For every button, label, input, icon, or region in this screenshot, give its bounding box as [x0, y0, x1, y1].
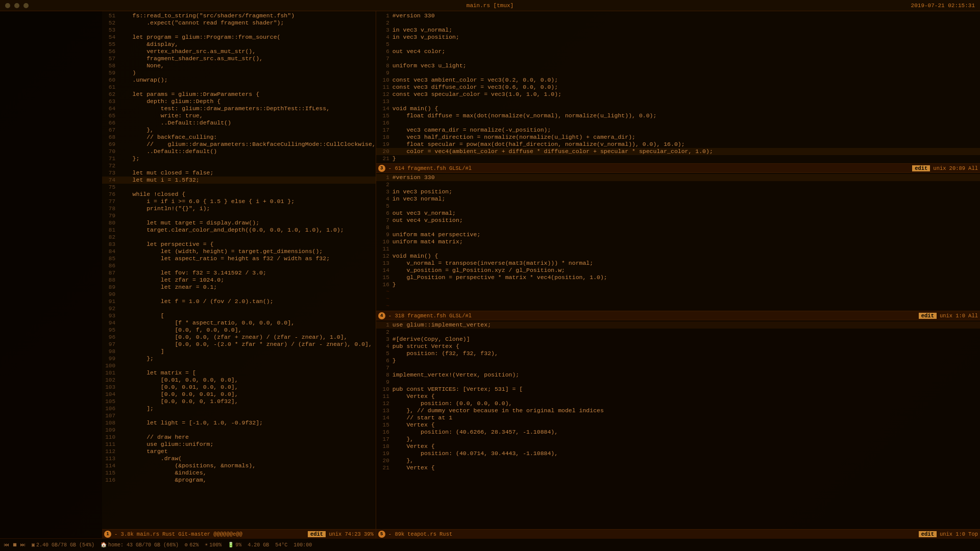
pane-main-rs: 51 fs::read_to_string("src/shaders/fragm… — [102, 11, 376, 538]
code-line: 56 vertex_shader_src.as_mut_str(), — [102, 48, 376, 55]
line-number: 59 — [102, 69, 118, 77]
line-content: // backface_culling: — [118, 134, 376, 141]
line-number: 65 — [102, 112, 118, 119]
line-number: 18 — [376, 134, 393, 141]
line-content — [118, 291, 376, 298]
line-content: vertex_shader_src.as_mut_str(), — [118, 48, 376, 55]
line-number: 107 — [102, 412, 118, 419]
line-content: Vertex { — [393, 443, 980, 450]
line-number: 20 — [376, 148, 393, 155]
code-editor-teapot[interactable]: 1use glium::implement_vertex;23#[derive(… — [376, 320, 980, 529]
line-content: [f * aspect_ratio, 0.0, 0.0, 0.0], — [118, 319, 376, 327]
code-line: 88 let zfar = 1024.0; — [102, 277, 376, 284]
code-line: 60 .unwrap(); — [102, 77, 376, 84]
status-right-teapot: edit unix 1:0 Top — [919, 531, 978, 537]
maximize-btn[interactable] — [23, 3, 29, 8]
code-line: 99 }; — [102, 355, 376, 362]
line-content: [0.0, 0.01, 0.0, 0.0], — [118, 384, 376, 391]
line-number: 113 — [102, 455, 118, 462]
line-content: let mut closed = false; — [118, 169, 376, 177]
code-line: 16 — [376, 119, 980, 127]
line-number: 13 — [376, 98, 393, 105]
code-editor-vertex-fsh[interactable]: 1#version 33023in vec3 position;4in vec3… — [376, 173, 980, 311]
close-btn[interactable] — [5, 3, 10, 8]
line-number: 8 — [376, 62, 393, 69]
line-number: 97 — [102, 341, 118, 348]
line-number: 9 — [376, 379, 393, 386]
line-content: color = vec4(ambient_color + diffuse * d… — [393, 148, 980, 155]
encoding-frag: unix — [933, 165, 946, 171]
line-number: 115 — [102, 469, 118, 477]
line-content — [118, 362, 376, 369]
code-editor-main[interactable]: 51 fs::read_to_string("src/shaders/fragm… — [102, 11, 376, 529]
line-content: #version 330 — [393, 12, 980, 19]
filename-teapot: teapot.rs — [407, 531, 436, 537]
line-content: write: true, — [118, 112, 376, 119]
code-line: 98 ] — [102, 348, 376, 355]
code-line: 15 float diffuse = max(dot(normalize(v_n… — [376, 112, 980, 119]
code-line: 106 ]; — [102, 405, 376, 412]
line-content: &indices, — [118, 469, 376, 477]
line-content: println!("{}", i); — [118, 205, 376, 212]
code-line: 90 — [102, 291, 376, 298]
line-number: 91 — [102, 298, 118, 305]
line-content: [0.0, 0.0, 0.01, 0.0], — [118, 391, 376, 398]
vim-mode-frag: edit — [912, 165, 930, 171]
line-content — [393, 303, 980, 310]
vim-mode-main: edit — [308, 531, 326, 537]
line-number: 73 — [102, 169, 118, 177]
code-line: 67 }, — [102, 127, 376, 134]
line-number: 11 — [376, 245, 393, 253]
line-content: [0.0, 0.0, (zfar + znear) / (zfar - znea… — [118, 334, 376, 341]
code-line: 63 depth: glium::Depth { — [102, 98, 376, 105]
line-content: }, — [393, 436, 980, 443]
line-content: let light = [-1.0, 1.0, -0.9f32]; — [118, 419, 376, 427]
line-number: 85 — [102, 255, 118, 262]
code-line: 74 let mut i = 1.5f32; — [102, 177, 376, 184]
code-line: 19 position: (40.0714, 30.4443, -1.10884… — [376, 450, 980, 457]
code-line: 5 position: (f32, f32, f32), — [376, 350, 980, 357]
line-number: 52 — [102, 19, 118, 27]
line-number: 15 — [376, 112, 393, 119]
cpu-value: 62% — [189, 542, 199, 548]
code-line: 84 let (width, height) = target.get_dime… — [102, 248, 376, 255]
all-frag: All — [968, 165, 978, 171]
line-content: uniform mat4 matrix; — [393, 238, 980, 245]
code-line: 108 let light = [-1.0, 1.0, -0.9f32]; — [102, 419, 376, 427]
line-content: position: (40.6266, 28.3457, -1.10884), — [393, 429, 980, 436]
line-number: 87 — [102, 269, 118, 277]
line-number: 9 — [376, 231, 393, 238]
line-number: 106 — [102, 405, 118, 412]
code-line: 4pub struct Vertex { — [376, 343, 980, 350]
minimize-btn[interactable] — [14, 3, 19, 8]
code-line: 70 ..Default::default() — [102, 148, 376, 155]
line-content: }; — [118, 355, 376, 362]
code-line: 5 — [376, 41, 980, 48]
code-line: 73 let mut closed = false; — [102, 169, 376, 177]
lines-count-teapot: - 89k — [388, 531, 405, 537]
line-content — [118, 234, 376, 241]
sys-playback[interactable]: ⏮ ⏹ ⏭ — [4, 542, 26, 548]
line-content: } — [393, 155, 980, 162]
code-editor-fragment[interactable]: 1#version 33023in vec3 v_normal;4in vec3… — [376, 11, 980, 163]
line-number: 8 — [376, 371, 393, 379]
all-vfsh: All — [968, 313, 978, 319]
line-number: 11 — [376, 84, 393, 91]
line-content: #[derive(Copy, Clone)] — [393, 336, 980, 343]
line-content — [393, 329, 980, 336]
code-line: 59 ) — [102, 69, 376, 77]
line-content — [393, 19, 980, 27]
code-line: 72 — [102, 162, 376, 169]
code-line: 76 while !closed { — [102, 191, 376, 198]
line-number: 84 — [102, 248, 118, 255]
line-content — [118, 84, 376, 91]
code-line: 17 }, — [376, 436, 980, 443]
code-line: 13 v_normal = transpose(inverse(mat3(mat… — [376, 260, 980, 267]
line-number: 5 — [376, 41, 393, 48]
line-number: 7 — [376, 364, 393, 371]
code-line: 104 [0.0, 0.0, 0.01, 0.0], — [102, 391, 376, 398]
code-line: 6out vec3 v_normal; — [376, 210, 980, 217]
line-number: 103 — [102, 384, 118, 391]
line-content: position: (f32, f32, f32), — [393, 350, 980, 357]
line-number: 102 — [102, 377, 118, 384]
